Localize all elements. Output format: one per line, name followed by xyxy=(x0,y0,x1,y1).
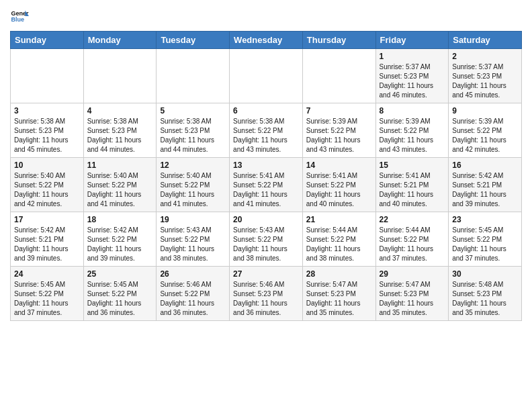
calendar-week-row: 3Sunrise: 5:38 AM Sunset: 5:23 PM Daylig… xyxy=(11,103,522,158)
day-number: 16 xyxy=(452,161,518,170)
day-info: Sunrise: 5:39 AM Sunset: 5:22 PM Dayligh… xyxy=(452,117,518,154)
day-number: 18 xyxy=(87,215,153,224)
day-info: Sunrise: 5:45 AM Sunset: 5:22 PM Dayligh… xyxy=(87,280,153,318)
calendar-day-cell: 25Sunrise: 5:45 AM Sunset: 5:22 PM Dayli… xyxy=(83,267,157,321)
day-number: 21 xyxy=(306,215,372,224)
calendar-day-cell: 28Sunrise: 5:47 AM Sunset: 5:23 PM Dayli… xyxy=(302,267,375,321)
day-number: 26 xyxy=(160,269,226,279)
day-info: Sunrise: 5:39 AM Sunset: 5:22 PM Dayligh… xyxy=(380,117,445,154)
calendar-day-cell: 17Sunrise: 5:42 AM Sunset: 5:21 PM Dayli… xyxy=(11,212,84,267)
calendar-day-cell: 12Sunrise: 5:40 AM Sunset: 5:22 PM Dayli… xyxy=(157,158,230,212)
calendar-day-cell: 4Sunrise: 5:38 AM Sunset: 5:23 PM Daylig… xyxy=(83,103,157,158)
column-header-tuesday: Tuesday xyxy=(157,32,230,49)
calendar-day-cell: 23Sunrise: 5:45 AM Sunset: 5:22 PM Dayli… xyxy=(449,212,522,267)
column-header-thursday: Thursday xyxy=(302,32,375,49)
day-number: 29 xyxy=(380,269,445,279)
day-info: Sunrise: 5:40 AM Sunset: 5:22 PM Dayligh… xyxy=(160,171,226,209)
calendar-day-cell: 13Sunrise: 5:41 AM Sunset: 5:22 PM Dayli… xyxy=(230,158,303,212)
day-number: 25 xyxy=(87,269,153,279)
calendar-day-cell xyxy=(83,49,157,103)
day-number: 23 xyxy=(452,215,518,224)
column-header-sunday: Sunday xyxy=(11,32,84,49)
day-info: Sunrise: 5:42 AM Sunset: 5:21 PM Dayligh… xyxy=(14,226,80,263)
calendar-day-cell: 20Sunrise: 5:43 AM Sunset: 5:22 PM Dayli… xyxy=(230,212,303,267)
day-number: 22 xyxy=(380,215,445,224)
day-number: 27 xyxy=(233,269,299,279)
calendar-day-cell: 8Sunrise: 5:39 AM Sunset: 5:22 PM Daylig… xyxy=(375,103,449,158)
calendar-day-cell: 14Sunrise: 5:41 AM Sunset: 5:22 PM Dayli… xyxy=(302,158,375,212)
day-info: Sunrise: 5:38 AM Sunset: 5:23 PM Dayligh… xyxy=(87,117,153,154)
calendar-day-cell: 16Sunrise: 5:42 AM Sunset: 5:21 PM Dayli… xyxy=(449,158,522,212)
day-number: 6 xyxy=(233,106,299,116)
calendar-day-cell: 27Sunrise: 5:46 AM Sunset: 5:23 PM Dayli… xyxy=(230,267,303,321)
calendar-day-cell: 26Sunrise: 5:46 AM Sunset: 5:22 PM Dayli… xyxy=(157,267,230,321)
day-number: 3 xyxy=(14,106,80,116)
day-number: 8 xyxy=(380,106,445,116)
column-header-friday: Friday xyxy=(375,32,449,49)
calendar-day-cell xyxy=(230,49,303,103)
day-info: Sunrise: 5:46 AM Sunset: 5:22 PM Dayligh… xyxy=(160,280,226,318)
calendar-day-cell: 11Sunrise: 5:40 AM Sunset: 5:22 PM Dayli… xyxy=(83,158,157,212)
calendar-week-row: 24Sunrise: 5:45 AM Sunset: 5:22 PM Dayli… xyxy=(11,267,522,321)
day-info: Sunrise: 5:41 AM Sunset: 5:21 PM Dayligh… xyxy=(380,171,445,209)
day-info: Sunrise: 5:38 AM Sunset: 5:23 PM Dayligh… xyxy=(14,117,80,154)
day-info: Sunrise: 5:41 AM Sunset: 5:22 PM Dayligh… xyxy=(306,171,372,209)
day-info: Sunrise: 5:43 AM Sunset: 5:22 PM Dayligh… xyxy=(233,226,299,263)
calendar-day-cell: 10Sunrise: 5:40 AM Sunset: 5:22 PM Dayli… xyxy=(11,158,84,212)
day-info: Sunrise: 5:39 AM Sunset: 5:22 PM Dayligh… xyxy=(306,117,372,154)
calendar-day-cell: 7Sunrise: 5:39 AM Sunset: 5:22 PM Daylig… xyxy=(302,103,375,158)
calendar-day-cell: 21Sunrise: 5:44 AM Sunset: 5:22 PM Dayli… xyxy=(302,212,375,267)
day-info: Sunrise: 5:43 AM Sunset: 5:22 PM Dayligh… xyxy=(160,226,226,263)
day-number: 15 xyxy=(380,161,445,170)
calendar-day-cell xyxy=(302,49,375,103)
day-info: Sunrise: 5:37 AM Sunset: 5:23 PM Dayligh… xyxy=(452,62,518,100)
day-number: 1 xyxy=(380,52,445,61)
calendar-day-cell: 1Sunrise: 5:37 AM Sunset: 5:23 PM Daylig… xyxy=(375,49,449,103)
day-number: 9 xyxy=(452,106,518,116)
day-info: Sunrise: 5:41 AM Sunset: 5:22 PM Dayligh… xyxy=(233,171,299,209)
day-number: 19 xyxy=(160,215,226,224)
column-header-monday: Monday xyxy=(83,32,157,49)
calendar-table: SundayMondayTuesdayWednesdayThursdayFrid… xyxy=(10,31,522,321)
day-info: Sunrise: 5:48 AM Sunset: 5:23 PM Dayligh… xyxy=(452,280,518,318)
day-number: 17 xyxy=(14,215,80,224)
calendar-day-cell xyxy=(11,49,84,103)
calendar-day-cell: 6Sunrise: 5:38 AM Sunset: 5:22 PM Daylig… xyxy=(230,103,303,158)
day-number: 7 xyxy=(306,106,372,116)
day-number: 20 xyxy=(233,215,299,224)
day-info: Sunrise: 5:44 AM Sunset: 5:22 PM Dayligh… xyxy=(306,226,372,263)
day-number: 10 xyxy=(14,161,80,170)
day-number: 12 xyxy=(160,161,226,170)
day-info: Sunrise: 5:37 AM Sunset: 5:23 PM Dayligh… xyxy=(380,62,445,100)
day-number: 13 xyxy=(233,161,299,170)
day-info: Sunrise: 5:44 AM Sunset: 5:22 PM Dayligh… xyxy=(380,226,445,263)
day-info: Sunrise: 5:45 AM Sunset: 5:22 PM Dayligh… xyxy=(452,226,518,263)
day-info: Sunrise: 5:40 AM Sunset: 5:22 PM Dayligh… xyxy=(14,171,80,209)
calendar-week-row: 17Sunrise: 5:42 AM Sunset: 5:21 PM Dayli… xyxy=(11,212,522,267)
day-info: Sunrise: 5:47 AM Sunset: 5:23 PM Dayligh… xyxy=(380,280,445,318)
calendar-day-cell: 24Sunrise: 5:45 AM Sunset: 5:22 PM Dayli… xyxy=(11,267,84,321)
day-number: 4 xyxy=(87,106,153,116)
day-info: Sunrise: 5:42 AM Sunset: 5:21 PM Dayligh… xyxy=(452,171,518,209)
day-number: 14 xyxy=(306,161,372,170)
day-info: Sunrise: 5:38 AM Sunset: 5:23 PM Dayligh… xyxy=(160,117,226,154)
calendar-day-cell: 3Sunrise: 5:38 AM Sunset: 5:23 PM Daylig… xyxy=(11,103,84,158)
day-number: 28 xyxy=(306,269,372,279)
day-info: Sunrise: 5:40 AM Sunset: 5:22 PM Dayligh… xyxy=(87,171,153,209)
column-header-wednesday: Wednesday xyxy=(230,32,303,49)
column-header-saturday: Saturday xyxy=(449,32,522,49)
page-header: General Blue xyxy=(10,7,522,26)
calendar-day-cell: 29Sunrise: 5:47 AM Sunset: 5:23 PM Dayli… xyxy=(375,267,449,321)
day-info: Sunrise: 5:46 AM Sunset: 5:23 PM Dayligh… xyxy=(233,280,299,318)
calendar-day-cell: 5Sunrise: 5:38 AM Sunset: 5:23 PM Daylig… xyxy=(157,103,230,158)
calendar-day-cell: 22Sunrise: 5:44 AM Sunset: 5:22 PM Dayli… xyxy=(375,212,449,267)
calendar-day-cell: 30Sunrise: 5:48 AM Sunset: 5:23 PM Dayli… xyxy=(449,267,522,321)
calendar-day-cell xyxy=(157,49,230,103)
calendar-day-cell: 18Sunrise: 5:42 AM Sunset: 5:22 PM Dayli… xyxy=(83,212,157,267)
day-info: Sunrise: 5:38 AM Sunset: 5:22 PM Dayligh… xyxy=(233,117,299,154)
logo: General Blue xyxy=(10,7,32,26)
calendar-week-row: 10Sunrise: 5:40 AM Sunset: 5:22 PM Dayli… xyxy=(11,158,522,212)
day-number: 11 xyxy=(87,161,153,170)
svg-text:Blue: Blue xyxy=(11,16,24,23)
calendar-day-cell: 9Sunrise: 5:39 AM Sunset: 5:22 PM Daylig… xyxy=(449,103,522,158)
